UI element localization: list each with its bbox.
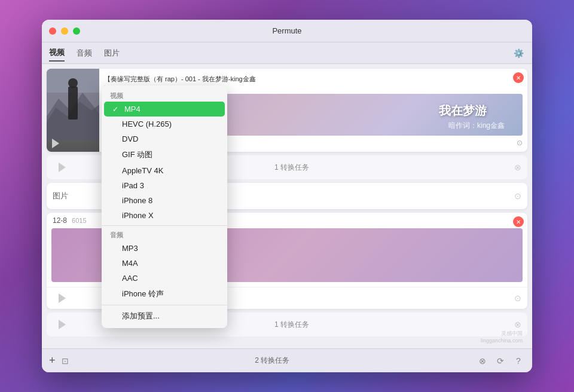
image-settings-icon[interactable]: ⊙ [514,191,521,201]
dropdown-audio-section: 音频 [102,228,227,241]
tab-audio[interactable]: 音频 [77,45,92,61]
dropdown-item-aac[interactable]: AAC [102,271,227,286]
large-video-settings[interactable]: ⊙ [514,293,521,303]
history-icon[interactable]: ⟳ [494,354,507,368]
svg-rect-4 [68,87,78,120]
maximize-button[interactable] [73,27,80,35]
image-section-label: 图片 [53,191,71,201]
dropdown-item-ipad3[interactable]: iPad 3 [102,178,227,193]
task-close-2[interactable]: ⊗ [514,320,521,329]
content-area: 视频 ✓ MP4 HEVC (H.265) DVD GIF 动图 AppleTV… [42,64,532,348]
dropdown-item-iphonex[interactable]: iPhone X [102,208,227,223]
overlay-sub-text: 暗作词：king金鑫 [448,121,505,131]
task-label-2: 1 转换任务 [274,320,309,330]
dropdown-separator-2 [102,305,227,305]
play-button-large[interactable] [53,290,69,307]
bottombar: + ⊡ 2 转换任务 ⊗ ⟳ ? [42,348,532,372]
dropdown-video-section: 视频 [102,89,227,102]
person-silhouette-svg [47,69,99,140]
dropdown-item-iphone-ring[interactable]: iPhone 铃声 [102,286,227,302]
play-button-1[interactable] [53,159,69,176]
svg-point-5 [68,78,78,88]
main-window: Permute 视频 音频 图片 ⚙️ 视频 ✓ MP4 HEVC (H.265… [42,20,532,372]
video-thumbnail [47,69,99,152]
dropdown-item-gif[interactable]: GIF 动图 [102,146,227,163]
checkmark-icon: ✓ [112,105,121,114]
large-video-title: 12-8 [53,216,67,225]
dropdown-item-m4a[interactable]: M4A [102,256,227,271]
task-count-label: 2 转换任务 [255,356,289,366]
bottom-right: ⊗ ⟳ ? [476,354,525,368]
minimize-button[interactable] [61,27,68,35]
task-close-1[interactable]: ⊗ [514,163,521,172]
play-btn-thumb[interactable] [50,139,59,148]
dropdown-item-iphone8[interactable]: iPhone 8 [102,193,227,208]
dropdown-item-mp4[interactable]: ✓ MP4 [104,102,225,117]
tabbar: 视频 音频 图片 ⚙️ [42,42,532,64]
photo-icon[interactable]: ⊡ [62,356,69,366]
task-label-1: 1 转换任务 [274,163,309,173]
window-title: Permute [272,26,301,35]
overlay-main-text: 我在梦游 [439,103,487,119]
video-item-close[interactable]: ✕ [513,72,524,83]
watermark-url: lingganchina.com [481,338,523,344]
dropdown-item-hevc[interactable]: HEVC (H.265) [102,117,227,131]
dropdown-item-dvd[interactable]: DVD [102,131,227,146]
dropdown-add-preset[interactable]: 添加预置... [102,308,227,324]
tab-video[interactable]: 视频 [49,45,65,62]
cancel-all-icon[interactable]: ⊗ [476,354,489,368]
add-button[interactable]: + [49,354,56,367]
format-dropdown: 视频 ✓ MP4 HEVC (H.265) DVD GIF 动图 AppleTV… [102,85,227,328]
dropdown-item-mp3[interactable]: MP3 [102,241,227,256]
bottom-left: + ⊡ [49,354,69,367]
dropdown-separator [102,225,227,226]
play-button-2[interactable] [53,316,69,333]
large-video-close[interactable]: ✕ [513,216,524,227]
dropdown-item-appletv[interactable]: AppleTV 4K [102,163,227,178]
traffic-lights [49,27,80,35]
titlebar: Permute [42,20,532,42]
help-icon[interactable]: ? [512,354,525,368]
large-video-meta: 6015 [72,217,86,224]
video-settings-icon[interactable]: ⊙ [517,139,523,147]
settings-icon[interactable]: ⚙️ [512,47,525,60]
video-title: 【奏缘写完整版（有 rap）- 001 - 我在梦游-king金鑫 [104,74,523,85]
watermark: 灵感中国 lingganchina.com [481,330,523,344]
tab-image[interactable]: 图片 [104,45,120,61]
close-button[interactable] [49,27,56,35]
watermark-text: 灵感中国 [481,330,523,338]
